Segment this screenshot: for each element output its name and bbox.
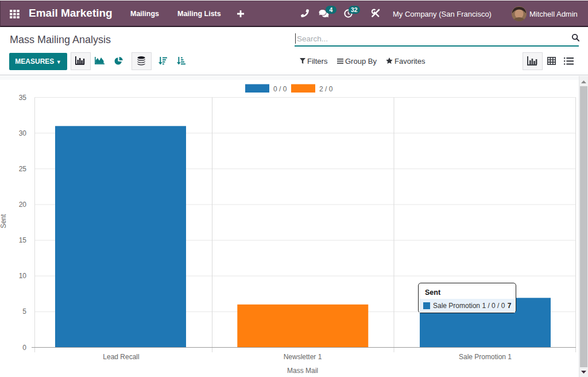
svg-text:30: 30: [19, 129, 27, 137]
svg-text:0 / 0: 0 / 0: [273, 85, 287, 93]
svg-text:0: 0: [22, 344, 26, 352]
svg-text:20: 20: [19, 201, 27, 209]
svg-text:10: 10: [19, 272, 27, 280]
svg-text:Mass Mail: Mass Mail: [287, 367, 318, 375]
svg-text:Sale Promotion 1: Sale Promotion 1: [459, 353, 512, 361]
svg-text:Lead Recall: Lead Recall: [103, 353, 139, 361]
svg-text:5: 5: [22, 307, 26, 316]
svg-text:Newsletter 1: Newsletter 1: [284, 353, 322, 361]
svg-text:25: 25: [19, 165, 27, 173]
svg-text:15: 15: [19, 236, 27, 244]
svg-text:Sent: Sent: [0, 214, 7, 228]
svg-text:35: 35: [19, 94, 27, 102]
svg-text:2 / 0: 2 / 0: [319, 85, 333, 93]
